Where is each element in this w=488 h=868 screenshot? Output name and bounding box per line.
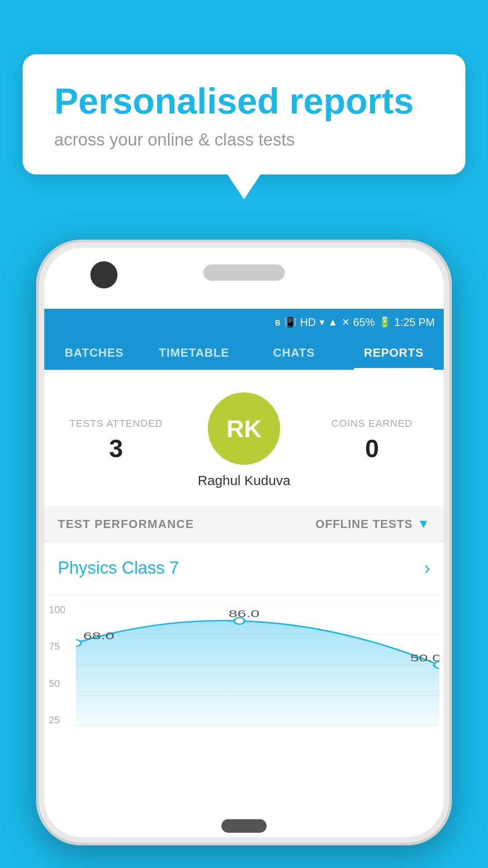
class-arrow-icon: › <box>424 558 430 578</box>
y-label-100: 100 <box>49 604 66 616</box>
performance-header: TEST PERFORMANCE OFFLINE TESTS ▼ <box>44 507 444 542</box>
class-item[interactable]: Physics Class 7 › <box>44 542 444 595</box>
offline-tests-filter[interactable]: OFFLINE TESTS ▼ <box>315 517 430 531</box>
profile-avatar-container: RK Raghul Kuduva <box>174 392 314 488</box>
vibrate-icon: 📳 <box>284 316 296 328</box>
speech-bubble: Personalised reports across your online … <box>23 54 465 175</box>
bluetooth-icon: ʙ <box>275 316 281 328</box>
tab-chats[interactable]: CHATS <box>244 336 344 370</box>
y-label-75: 75 <box>49 641 66 652</box>
chart-label-3: 50.0 <box>410 652 439 663</box>
signal-x-icon: ✕ <box>342 316 350 328</box>
profile-name: Raghul Kuduva <box>197 473 290 488</box>
tab-timetable[interactable]: TIMETABLE <box>144 336 244 370</box>
avatar: RK <box>208 392 280 465</box>
chart-svg: 68.0 86.0 50.0 <box>76 604 439 726</box>
battery-icon: 🔋 <box>379 316 391 328</box>
status-bar: ʙ 📳 HD ▾ ▲ ✕ 65% 🔋 1:25 PM <box>44 309 444 336</box>
chart-y-labels: 100 75 50 25 <box>49 604 66 726</box>
phone-camera <box>90 261 117 288</box>
phone-home-button[interactable] <box>221 819 267 833</box>
coins-earned-stat: COINS EARNED 0 <box>314 418 431 463</box>
wifi-icon: ▾ <box>319 316 324 328</box>
chart-container: 100 75 50 25 <box>44 595 444 740</box>
phone-speaker <box>203 264 285 281</box>
chart-label-2: 86.0 <box>229 608 260 619</box>
profile-section: TESTS ATTENDED 3 RK Raghul Kuduva COINS … <box>44 370 444 507</box>
tests-attended-value: 3 <box>58 434 174 463</box>
coins-earned-value: 0 <box>314 434 431 463</box>
nav-tabs: BATCHES TIMETABLE CHATS REPORTS <box>44 336 444 370</box>
chart-area: 68.0 86.0 50.0 <box>76 604 439 726</box>
offline-tests-label: OFFLINE TESTS <box>315 517 413 531</box>
tab-batches[interactable]: BATCHES <box>44 336 144 370</box>
time-display: 1:25 PM <box>394 316 435 329</box>
speech-bubble-title: Personalised reports <box>54 81 434 121</box>
coins-earned-label: COINS EARNED <box>314 418 431 429</box>
phone-frame: ʙ 📳 HD ▾ ▲ ✕ 65% 🔋 1:25 PM BATCHES TIMET… <box>36 240 452 845</box>
tests-attended-label: TESTS ATTENDED <box>58 418 174 429</box>
class-name: Physics Class 7 <box>58 558 179 578</box>
chart-fill <box>76 621 439 726</box>
chart-label-1: 68.0 <box>83 630 114 641</box>
screen: ʙ 📳 HD ▾ ▲ ✕ 65% 🔋 1:25 PM BATCHES TIMET… <box>44 309 444 837</box>
phone-inner: ʙ 📳 HD ▾ ▲ ✕ 65% 🔋 1:25 PM BATCHES TIMET… <box>44 248 444 837</box>
tests-attended-stat: TESTS ATTENDED 3 <box>58 418 174 463</box>
chevron-down-icon: ▼ <box>417 517 430 531</box>
y-label-25: 25 <box>49 714 66 726</box>
performance-title: TEST PERFORMANCE <box>58 517 194 531</box>
hd-label: HD <box>300 316 316 329</box>
speech-bubble-subtitle: across your online & class tests <box>54 130 434 150</box>
avatar-initials: RK <box>226 415 262 443</box>
battery-level: 65% <box>353 316 375 329</box>
chart-point-1 <box>76 640 81 646</box>
signal-icon: ▲ <box>328 316 338 328</box>
y-label-50: 50 <box>49 678 66 689</box>
tab-reports[interactable]: REPORTS <box>344 336 444 370</box>
